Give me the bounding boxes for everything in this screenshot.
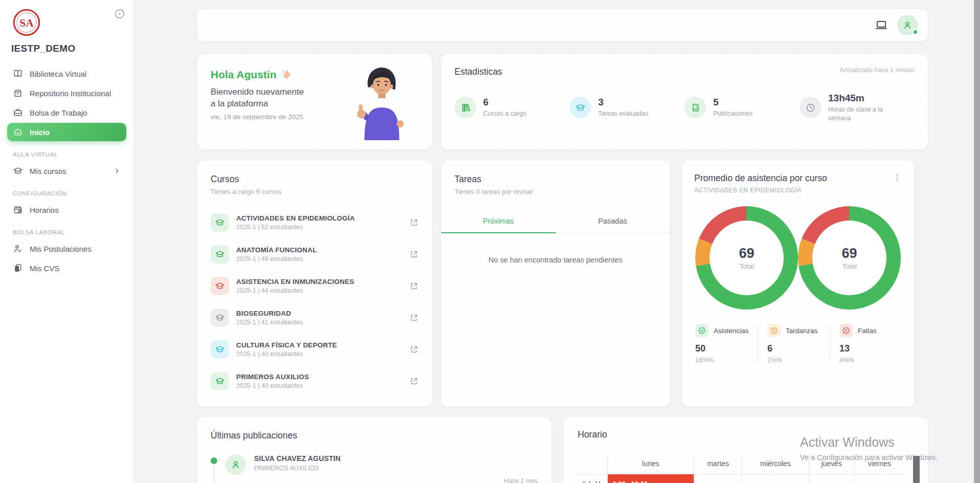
sidebar-item-label: Bolsa de Trabajo (30, 108, 87, 117)
books-icon (454, 97, 476, 118)
schedule-cell (854, 474, 904, 483)
external-link-icon[interactable] (409, 250, 419, 259)
stat-label: Publicaciones (713, 109, 753, 118)
external-link-icon[interactable] (409, 345, 419, 354)
course-row-anatomia-funcional[interactable]: ANATOMÍA FUNCIONAL 2025-1 | 49 estudiant… (211, 238, 419, 270)
stats-card: Estadisticas Actualizado hace 1 minuto 6… (441, 54, 928, 149)
person-icon (225, 454, 246, 475)
avatar-illustration (343, 63, 420, 140)
sidebar-item-label: Horarios (30, 206, 59, 214)
tab-pasadas[interactable]: Pasadas (556, 211, 670, 233)
publication-course: PRIMEROS AUXILIOS (254, 465, 340, 472)
donut-total: 69 (841, 246, 857, 261)
timeline-dot (211, 457, 217, 464)
stat-value: 5 (713, 97, 753, 108)
book-open-icon (13, 69, 23, 79)
course-name: BIOSEGURIDAD (236, 310, 303, 317)
course-row-actividades-en-epidemiologia[interactable]: ACTIVIDADES EN EPIDEMIOLOGÍA 2025-1 | 52… (211, 207, 419, 238)
sidebar-item-label: Biblioteca Virtual (30, 70, 86, 78)
grad-cap-icon (569, 97, 591, 118)
home-icon (13, 127, 23, 137)
sidebar-item-mis-cvs[interactable]: Mis CVS (7, 259, 126, 277)
external-link-icon[interactable] (409, 281, 419, 291)
day-header-jueves: jueves (809, 453, 854, 474)
tab-proximas[interactable]: Próximas (441, 211, 556, 233)
legend-value: 13 (839, 343, 902, 354)
institution-logo: SA (12, 8, 126, 37)
grad-cap-icon (211, 309, 229, 327)
stat-value: 6 (483, 97, 527, 108)
main-content: Hola Agustin Bienvenido nuevamente a la … (133, 0, 980, 483)
sidebar-item-label: Mis cursos (30, 167, 66, 175)
sidebar-item-mis-cursos[interactable]: Mis cursos (7, 162, 126, 180)
attendance-card: Promedio de asistencia por curso ACTIVID… (682, 161, 914, 407)
day-header-viernes: viernes (854, 453, 904, 474)
course-meta: 2025-1 | 40 estudiantes (236, 382, 309, 389)
x-circle-icon (839, 324, 853, 337)
schedule-scrollbar-thumb[interactable] (913, 456, 920, 483)
donut-charts: 69 Total 69 Total (694, 206, 902, 310)
clock-icon (767, 324, 781, 337)
stats-title: Estadisticas (454, 67, 502, 77)
user-avatar[interactable] (897, 15, 918, 35)
schedule-scrollbar[interactable] (913, 456, 920, 483)
chevron-right-icon (113, 167, 121, 174)
course-row-bioseguridad[interactable]: BIOSEGURIDAD 2025-1 | 41 estudiantes (211, 302, 419, 334)
svg-text:SA: SA (19, 17, 34, 29)
sidebar-item-label: Mis CVS (30, 264, 59, 273)
courses-card: Cursos Tienes a cargo 6 cursos ACTIVIDAD… (197, 161, 432, 407)
course-meta: 2025-1 | 44 estudiantes (236, 287, 354, 294)
greeting-text: Hola Agustin (211, 69, 277, 81)
timeline (211, 454, 217, 483)
page-scrollbar[interactable] (974, 0, 980, 483)
schedule-cell (809, 474, 854, 483)
legend-value: 6 (767, 343, 830, 354)
grad-cap-icon (211, 372, 229, 390)
person-check-icon (13, 244, 23, 254)
course-row-asistencia-en-inmunizaciones[interactable]: ASISTENCIA EN INMUNIZACIONES 2025-1 | 44… (211, 270, 419, 302)
sidebar-item-horarios[interactable]: Horarios (7, 201, 126, 219)
sidebar-collapse-icon[interactable] (114, 8, 125, 19)
grad-cap-icon (13, 166, 23, 176)
sidebar-item-label: Repositorio Institucional (30, 89, 111, 98)
courses-title: Cursos (211, 174, 419, 185)
grad-cap-icon (211, 245, 229, 264)
external-link-icon[interactable] (409, 377, 419, 386)
course-row-cultura-fisica-y-deporte[interactable]: CULTURA FÍSICA Y DEPORTE 2025-1 | 40 est… (211, 334, 419, 365)
laptop-icon[interactable] (875, 18, 888, 32)
kebab-menu-icon[interactable] (893, 173, 902, 182)
sidebar-item-mis-postulaciones[interactable]: Mis Postulaciones (7, 239, 126, 258)
grad-cap-icon (211, 340, 229, 359)
course-meta: 2025-1 | 52 estudiantes (236, 224, 355, 231)
external-link-icon[interactable] (409, 313, 419, 322)
legend-tardanzas: Tardanzas 6 2%% (758, 324, 830, 364)
publication-row[interactable]: SILVA CHAVEZ AGUSTIN PRIMEROS AUXILIOS (211, 454, 538, 483)
org-title: IESTP_DEMO (11, 43, 126, 54)
publication-time: Hace 1 mes (504, 477, 538, 483)
course-name: ACTIVIDADES EN EPIDEMIOLOGÍA (236, 214, 355, 222)
course-row-primeros-auxilios[interactable]: PRIMEROS AUXILIOS 2025-1 | 40 estudiante… (211, 365, 419, 397)
welcome-message: Bienvenido nuevamente a la plataforma (211, 86, 321, 110)
course-name: PRIMEROS AUXILIOS (236, 373, 309, 381)
day-header-lunes: lunes (607, 453, 694, 474)
timeline-line (214, 467, 215, 483)
course-meta: 2025-1 | 41 estudiantes (236, 319, 303, 326)
schedule-title: Horario (578, 429, 914, 440)
sidebar-item-inicio[interactable]: Inicio (7, 123, 126, 141)
external-link-icon[interactable] (409, 218, 419, 227)
legend-percent: 4%% (839, 357, 902, 364)
legend-label: Tardanzas (786, 327, 817, 335)
sidebar-item-biblioteca-virtual[interactable]: Biblioteca Virtual (7, 64, 126, 83)
sidebar-item-bolsa-de-trabajo[interactable]: Bolsa de Trabajo (7, 103, 126, 122)
topbar (197, 9, 928, 41)
schedule-card: Horario lunes martes miércoles jueves vi… (563, 417, 928, 483)
stat-tareas-evaluadas: 3 Tareas evaluadas (569, 93, 685, 123)
tasks-empty-message: No se han encontrado tareas pendientes (441, 256, 670, 264)
attendance-title: Promedio de asistencia por curso (694, 173, 827, 184)
tasks-subtitle: Tienes 0 tareas por revisar (441, 188, 670, 195)
day-header-martes: martes (694, 453, 742, 474)
sidebar-item-repositorio-institucional[interactable]: Repositorio Institucional (7, 84, 126, 102)
day-header-miercoles: miércoles (742, 453, 809, 474)
stat-horas-de-clase: 13h45m Horas de clase a la semana (800, 93, 915, 123)
publication-author: SILVA CHAVEZ AGUSTIN (254, 454, 340, 463)
